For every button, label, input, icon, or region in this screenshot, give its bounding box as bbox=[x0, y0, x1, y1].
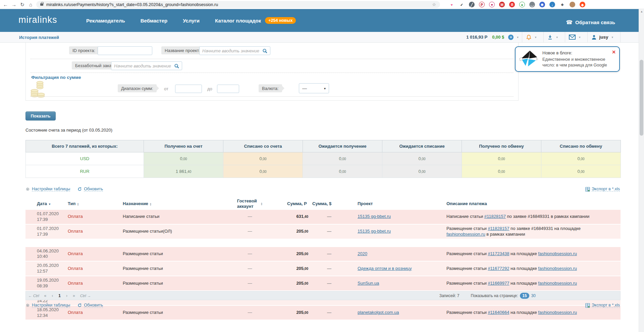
heart-extension-icon[interactable]: ♥ bbox=[449, 2, 454, 7]
project-link[interactable]: planetakolgot.com.ua bbox=[358, 310, 399, 315]
lock-icon bbox=[40, 3, 43, 6]
camera-extension-icon[interactable]: ╱ bbox=[469, 2, 475, 7]
balance-chevron-icon[interactable] bbox=[517, 36, 519, 39]
yandex-extension-icon[interactable]: Я bbox=[509, 2, 515, 7]
downloads-chevron-icon[interactable] bbox=[556, 36, 558, 39]
scrollbar-thumb[interactable] bbox=[640, 60, 643, 136]
add-funds-icon[interactable] bbox=[508, 35, 514, 40]
m-extension-icon[interactable]: M bbox=[499, 2, 505, 7]
payment-purpose: Написание статьи bbox=[121, 210, 215, 224]
nav-item-3[interactable]: Каталог площадок bbox=[215, 18, 261, 23]
next-page-button[interactable]: › bbox=[66, 293, 67, 298]
currency-select[interactable]: — bbox=[299, 83, 329, 93]
download-extension-icon[interactable]: ↓ bbox=[549, 2, 555, 7]
wheel-extension-icon[interactable]: ✱ bbox=[539, 2, 545, 7]
pinterest-extension-icon[interactable]: P bbox=[479, 2, 485, 7]
col-header-0[interactable]: Дата▼ bbox=[25, 197, 66, 210]
forward-icon[interactable]: → bbox=[10, 2, 18, 7]
show-button[interactable]: Показать bbox=[25, 111, 56, 121]
sort-icon[interactable]: ▲▼ bbox=[261, 202, 263, 205]
sum-rub: 205,00 bbox=[285, 247, 310, 262]
prev-page-button[interactable]: ‹ bbox=[52, 293, 53, 298]
export-xls[interactable]: Экспорт в *.xls bbox=[585, 187, 620, 192]
export-link[interactable]: Экспорт в *.xls bbox=[592, 187, 620, 192]
downloads-button[interactable] bbox=[544, 35, 565, 40]
description-link[interactable]: fashionobsession.ru bbox=[538, 281, 577, 286]
notifications-button[interactable] bbox=[522, 34, 544, 40]
avatar-extension-icon[interactable] bbox=[570, 2, 575, 7]
description-link[interactable]: fashionobsession.ru bbox=[538, 251, 577, 256]
first-page-button[interactable]: « bbox=[44, 293, 47, 298]
table-settings-link[interactable]: Настройки таблицы bbox=[32, 303, 70, 308]
project-link[interactable]: 15135 gg-bbet.ru bbox=[358, 214, 391, 219]
description-link[interactable]: fashionobsession.ru bbox=[538, 310, 577, 315]
messages-chevron-icon[interactable] bbox=[579, 36, 581, 39]
project-link[interactable]: SunSun.ua bbox=[358, 281, 379, 286]
home-icon[interactable]: ⌂ bbox=[26, 2, 35, 7]
bookmark-star-icon[interactable]: ☆ bbox=[432, 2, 436, 7]
row-gap bbox=[25, 239, 621, 247]
miralinks-logo[interactable]: miralinks bbox=[18, 15, 57, 25]
description-link[interactable]: #11669977 bbox=[488, 281, 509, 286]
scroll-up-icon[interactable] bbox=[639, 10, 644, 13]
description-link[interactable]: fashionobsession.ru bbox=[538, 266, 577, 271]
current-page[interactable]: 1 bbox=[58, 293, 61, 298]
project-link[interactable]: 15135 gg-bbet.ru bbox=[358, 229, 391, 234]
project-cell: SunSun.ua bbox=[356, 276, 444, 291]
feedback-button[interactable]: ☎ Обратная связь bbox=[566, 19, 615, 26]
nav-item-2[interactable]: Услуги bbox=[183, 18, 200, 23]
sum-to-input[interactable] bbox=[217, 85, 239, 93]
balance-rub[interactable]: 1 016,93 Р bbox=[466, 35, 487, 40]
address-bar[interactable]: miralinks.ru/userPayments/history?s_star… bbox=[36, 1, 440, 8]
col-header-2[interactable]: Назначение▲▼ bbox=[121, 197, 215, 210]
carefree-order-input[interactable] bbox=[111, 61, 182, 70]
check-extension-icon[interactable]: ✓ bbox=[459, 2, 465, 7]
summary-value: 0,00 bbox=[303, 152, 382, 165]
project-link[interactable]: 2020 bbox=[358, 251, 367, 256]
nav-item-1[interactable]: Вебмастер bbox=[141, 18, 167, 23]
sort-desc-icon[interactable]: ▼ bbox=[48, 203, 51, 206]
user-menu[interactable]: jusy bbox=[588, 35, 620, 40]
sort-icon[interactable]: ▲▼ bbox=[77, 202, 79, 206]
page-scrollbar[interactable] bbox=[639, 9, 644, 332]
messages-button[interactable] bbox=[565, 35, 588, 40]
url-text[interactable]: miralinks.ru/userPayments/history?s_star… bbox=[46, 2, 429, 7]
summary-col-header-2: Списано со счета bbox=[223, 140, 303, 152]
project-id-input[interactable] bbox=[98, 46, 152, 55]
col-header-1[interactable]: Тип▲▼ bbox=[66, 197, 121, 210]
notification-link[interactable]: Единственное и множественное число: в че… bbox=[542, 57, 613, 68]
project-link[interactable]: Одежда оптом и в розницу bbox=[358, 266, 412, 271]
description-link[interactable]: #11677292 bbox=[488, 266, 509, 271]
nav-item-0[interactable]: Рекламодатель bbox=[86, 18, 125, 23]
flame-extension-icon[interactable]: ◆ bbox=[580, 2, 585, 7]
search-icon[interactable] bbox=[174, 63, 179, 68]
target-extension-icon[interactable]: ● bbox=[519, 2, 525, 7]
heart-badge-extension-icon[interactable]: ♥ bbox=[489, 2, 495, 7]
back-icon[interactable]: ← bbox=[1, 2, 10, 7]
description-link[interactable]: #11640664 bbox=[488, 310, 509, 315]
export-xls[interactable]: Экспорт в *.xls bbox=[585, 303, 620, 308]
close-icon[interactable]: ✕ bbox=[612, 49, 616, 55]
export-link[interactable]: Экспорт в *.xls bbox=[592, 303, 620, 308]
puzzle-extension-icon[interactable]: ❖ bbox=[559, 2, 565, 7]
description-link[interactable]: fashionobsession.ru bbox=[446, 232, 485, 237]
user-chevron-icon[interactable] bbox=[611, 36, 613, 39]
refresh-link[interactable]: Обновить bbox=[84, 187, 103, 192]
col-header-3[interactable]: Гостевой аккаунт▲▼ bbox=[215, 197, 285, 210]
last-page-button[interactable]: » bbox=[73, 293, 75, 298]
sort-icon[interactable]: ▲▼ bbox=[150, 202, 152, 206]
shield-extension-icon[interactable]: ◡ bbox=[529, 2, 535, 7]
balance-usd[interactable]: 0,00 $ bbox=[492, 35, 504, 40]
per-page-15[interactable]: 15 bbox=[520, 293, 529, 299]
table-settings-link[interactable]: Настройки таблицы bbox=[32, 187, 70, 192]
search-icon[interactable] bbox=[262, 48, 267, 53]
notifications-chevron-icon[interactable] bbox=[535, 36, 537, 39]
description-link[interactable]: #11723438 bbox=[488, 251, 509, 256]
refresh-link[interactable]: Обновить bbox=[84, 303, 103, 308]
sum-from-input[interactable] bbox=[175, 85, 202, 93]
description-link[interactable]: #11828157 bbox=[484, 214, 506, 219]
description-link[interactable]: #11828157 bbox=[488, 226, 509, 231]
project-name-input[interactable] bbox=[199, 46, 270, 55]
per-page-30[interactable]: 30 bbox=[531, 293, 536, 298]
reload-icon[interactable]: ↻ bbox=[18, 2, 26, 8]
